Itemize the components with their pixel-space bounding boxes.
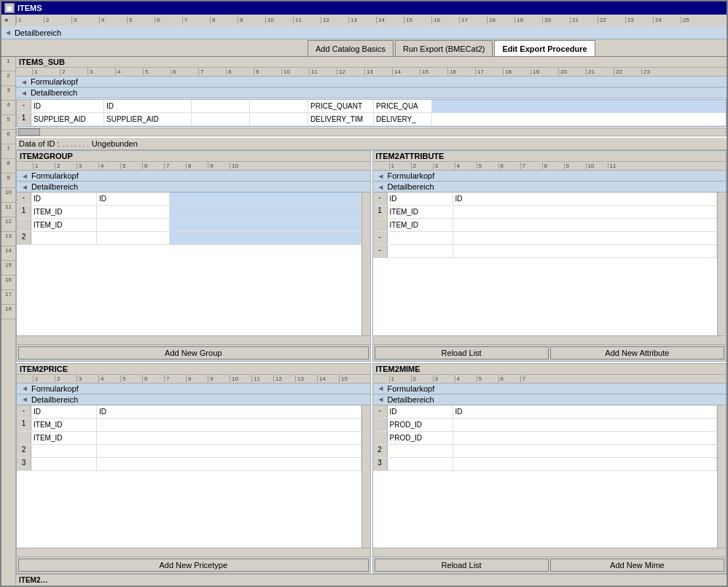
tab-add-catalog[interactable]: Add Catalog Basics xyxy=(308,40,394,56)
cell-empty4 xyxy=(250,113,308,125)
cell-empty2 xyxy=(97,219,170,231)
v-ruler-mark: 4 xyxy=(1,101,15,115)
scrollbar-thumb[interactable] xyxy=(18,128,40,136)
h-scrollbar-main[interactable] xyxy=(16,128,727,136)
sub-ruler: 1 2 3 4 5 6 7 8 9 10 11 12 13 14 xyxy=(16,68,727,77)
detailbereich-inner-label: Detailbereich xyxy=(31,88,77,97)
row-num xyxy=(373,419,388,431)
table-row: - ID ID PRICE_QUANT PRICE_QUA xyxy=(17,100,726,113)
item2price-btn-bar: Add New Pricetype xyxy=(17,556,370,573)
ruler-mark: 2 xyxy=(44,17,71,23)
cell-blue xyxy=(170,232,361,244)
table-row: 1 ITEM_ID xyxy=(373,206,718,219)
add-new-attribute-button[interactable]: Add New Attribute xyxy=(550,346,724,359)
add-new-pricetype-button[interactable]: Add New Pricetype xyxy=(18,559,369,572)
inner-scroll[interactable]: 1 2 3 4 5 6 7 8 9 10 11 12 13 14 15 16 1… xyxy=(1,57,727,586)
cell-empty xyxy=(453,206,718,218)
ruler-mark: 8 xyxy=(210,17,238,23)
cell-id1: ID xyxy=(31,193,97,205)
v-scrollbar-mime[interactable] xyxy=(717,405,726,548)
cell-item-id: ITEM_ID xyxy=(31,419,97,431)
cell-item-id: ITEM_ID xyxy=(31,206,97,218)
table-row: ITEM_ID xyxy=(17,219,361,232)
tab-run-export[interactable]: Run Export (BMECat2) xyxy=(395,40,493,56)
row-num: - xyxy=(373,193,388,205)
detailbereich-row: ◄ Detailbereich xyxy=(16,88,727,98)
item2mime-panel: ITEM2MIME 1 2 3 4 5 6 7 xyxy=(372,363,727,575)
items-sub-label: ITEMS_SUB xyxy=(19,58,65,66)
content-area: ITEMS_SUB 1 2 3 4 5 6 7 8 9 10 xyxy=(16,57,727,586)
cell-id2: ID xyxy=(104,100,192,112)
h-ruler: 1 2 3 4 5 6 7 8 9 10 11 12 13 14 15 16 1 xyxy=(16,15,727,26)
v-scrollbar-g[interactable] xyxy=(361,193,370,335)
cell-empty6 xyxy=(453,245,718,257)
ruler-mark: 20 xyxy=(542,17,570,23)
data-id-label: Data of ID : xyxy=(19,139,60,148)
ruler-mark: 1 xyxy=(16,17,44,23)
row-num xyxy=(17,219,31,231)
v-ruler-mark: 8 xyxy=(1,159,15,174)
tab-edit-export[interactable]: Edit Export Procedure xyxy=(494,40,595,56)
row-num: 1 xyxy=(17,419,31,431)
table-row: 2 xyxy=(373,445,718,458)
cell-empty3 xyxy=(388,445,453,457)
row-num: - xyxy=(373,405,388,418)
window-title: ITEMS xyxy=(17,4,42,12)
reload-list-button-mime[interactable]: Reload List xyxy=(375,559,549,572)
item2group-grid: - ID ID 1 ITEM_ID xyxy=(17,193,361,335)
ruler-mark: 19 xyxy=(514,17,542,23)
ruler-mark: 11 xyxy=(293,17,321,23)
row-num: 2 xyxy=(17,232,31,244)
ruler-mark: 23 xyxy=(625,17,653,23)
cell-empty4 xyxy=(453,445,718,457)
h-scrollbar-g[interactable] xyxy=(17,335,370,344)
table-row: 1 SUPPLIER_AID SUPPLIER_AID DELIVERY_TIM… xyxy=(17,113,726,126)
cell-supplier2: SUPPLIER_AID xyxy=(104,113,192,125)
h-scrollbar-price[interactable] xyxy=(17,548,370,556)
h-scrollbar-attr[interactable] xyxy=(373,335,727,344)
row-num: - xyxy=(17,100,31,112)
cell-blue xyxy=(170,193,361,205)
ruler-mark: 6 xyxy=(154,17,182,23)
table-row: 1 ITEM_ID xyxy=(17,419,361,432)
add-new-group-button[interactable]: Add New Group xyxy=(18,346,369,359)
v-ruler-mark: 16 xyxy=(1,276,15,290)
row-num: 1 xyxy=(17,206,31,218)
table-row: PROD_ID xyxy=(373,432,718,445)
cell-item-id2: ITEM_ID xyxy=(31,219,97,231)
item2attribute-panel: ITEM2ATTRIBUTE 1 2 3 4 5 6 7 8 9 1 xyxy=(372,150,727,362)
h-scrollbar-mime[interactable] xyxy=(373,548,727,556)
ruler-mark: 7 xyxy=(182,17,210,23)
v-scrollbar-attr[interactable] xyxy=(717,193,726,335)
v-ruler: 1 2 3 4 5 6 7 8 9 10 11 12 13 14 15 16 1… xyxy=(1,57,16,586)
item2group-panel: ITEM2GROUP 1 2 3 4 5 6 7 8 9 10 xyxy=(16,150,371,362)
v-ruler-mark: 2 xyxy=(1,71,15,86)
row-num: 1 xyxy=(17,113,31,125)
cell-empty xyxy=(97,206,170,218)
table-row: 3 xyxy=(373,458,718,471)
table-row: - ID ID xyxy=(373,405,718,419)
cell-empty3 xyxy=(192,113,250,125)
v-ruler-mark: 10 xyxy=(1,188,15,203)
row-num: 2 xyxy=(17,445,31,457)
item2group-db: ◄ Detailbereich xyxy=(17,182,370,193)
cell-empty3 xyxy=(31,445,97,457)
cell-empty5 xyxy=(388,245,453,257)
add-new-mime-button[interactable]: Add New Mime xyxy=(550,559,724,572)
v-scrollbar-price[interactable] xyxy=(361,405,370,548)
bottom-strip: ITEM2… xyxy=(16,574,727,586)
title-bar: ▦ ITEMS xyxy=(1,1,727,15)
v-ruler-mark: 6 xyxy=(1,130,15,144)
row-num: - xyxy=(17,405,31,418)
row-num: 2 xyxy=(373,445,388,457)
item2attribute-ruler: 1 2 3 4 5 6 7 8 9 10 11 xyxy=(373,162,727,171)
arrow-icon-db: ◄ xyxy=(20,89,28,97)
cell-empty xyxy=(97,419,361,431)
ruler-mark: 10 xyxy=(265,17,293,23)
cell-empty xyxy=(453,419,718,431)
ruler-mark: 21 xyxy=(570,17,598,23)
item2mime-ruler: 1 2 3 4 5 6 7 xyxy=(373,375,727,384)
item2price-db: ◄ Detailbereich xyxy=(17,394,370,405)
reload-list-button-attr[interactable]: Reload List xyxy=(375,346,549,359)
item2-bottom-label: ITEM2… xyxy=(19,576,47,584)
